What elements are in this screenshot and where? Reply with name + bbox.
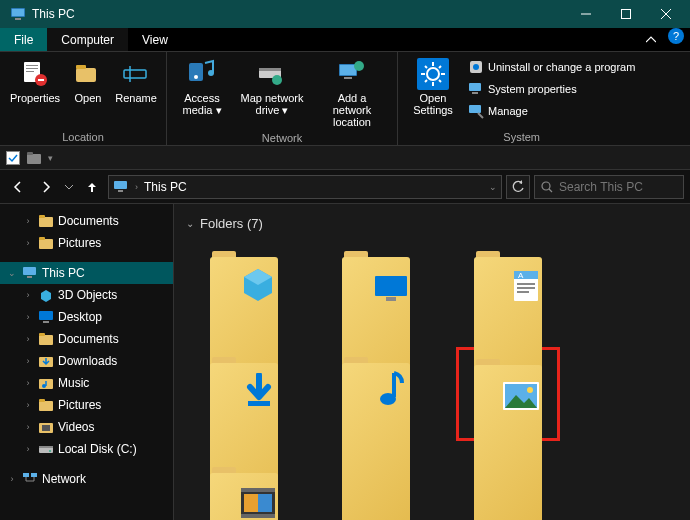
- folders-section-header[interactable]: ⌄ Folders (7): [186, 216, 678, 231]
- sidebar-item-desktop[interactable]: ›Desktop: [0, 306, 173, 328]
- chevron-icon: ›: [22, 378, 34, 388]
- sidebar-item-videos[interactable]: ›Videos: [0, 416, 173, 438]
- map-network-drive-button[interactable]: Map network drive ▾: [235, 56, 309, 118]
- nav-history-button[interactable]: [62, 175, 76, 199]
- address-bar[interactable]: › This PC ⌄: [108, 175, 502, 199]
- svg-line-36: [425, 80, 427, 82]
- folder-videos[interactable]: Videos: [194, 459, 294, 520]
- folder-music[interactable]: Music: [326, 349, 426, 439]
- tree-icon: [38, 309, 54, 325]
- svg-rect-41: [469, 105, 481, 113]
- ribbon-group-location: Properties Open Rename Location: [0, 52, 167, 145]
- svg-point-47: [542, 182, 550, 190]
- refresh-button[interactable]: [506, 175, 530, 199]
- chevron-icon: ›: [22, 444, 34, 454]
- tree-icon: [38, 419, 54, 435]
- close-button[interactable]: [646, 0, 686, 28]
- folder-desktop[interactable]: Desktop: [326, 243, 426, 329]
- svg-point-38: [473, 64, 479, 70]
- sidebar-item-network[interactable]: ›Network: [0, 468, 173, 490]
- properties-button[interactable]: Properties: [8, 56, 62, 106]
- sidebar-item-documents[interactable]: ›Documents: [0, 210, 173, 232]
- navigation-pane: ›Documents›Pictures⌄This PC›3D Objects›D…: [0, 204, 174, 520]
- folder-3d-objects[interactable]: 3D Objects: [194, 243, 294, 329]
- svg-rect-42: [7, 151, 20, 164]
- map-drive-icon: [256, 58, 288, 90]
- manage-button[interactable]: Manage: [466, 102, 637, 120]
- chevron-icon: ›: [22, 334, 34, 344]
- folder-small-icon[interactable]: [26, 151, 42, 165]
- sidebar-item-documents[interactable]: ›Documents: [0, 328, 173, 350]
- chevron-icon: ›: [22, 238, 34, 248]
- folder-documents[interactable]: ADocuments: [458, 243, 558, 329]
- sidebar-item-music[interactable]: ›Music: [0, 372, 173, 394]
- sidebar-item-downloads[interactable]: ›Downloads: [0, 350, 173, 372]
- tree-icon: [38, 213, 54, 229]
- chevron-icon: ›: [22, 422, 34, 432]
- folder-icon: [208, 247, 280, 307]
- ribbon-group-system: Open Settings Uninstall or change a prog…: [398, 52, 645, 145]
- svg-point-22: [272, 75, 282, 85]
- access-media-button[interactable]: Access media ▾: [175, 56, 229, 118]
- this-pc-crumb-icon: [113, 180, 129, 194]
- uninstall-icon: [468, 59, 484, 75]
- search-box[interactable]: [534, 175, 684, 199]
- maximize-button[interactable]: [606, 0, 646, 28]
- chevron-icon: ›: [22, 400, 34, 410]
- sidebar-item-label: Local Disk (C:): [58, 442, 137, 456]
- svg-rect-10: [26, 71, 34, 72]
- breadcrumb[interactable]: This PC: [144, 180, 187, 194]
- open-settings-button[interactable]: Open Settings: [406, 56, 460, 118]
- open-button[interactable]: Open: [68, 56, 108, 106]
- svg-rect-64: [39, 401, 53, 411]
- nav-back-button[interactable]: [6, 175, 30, 199]
- sidebar-item-pictures[interactable]: ›Pictures: [0, 232, 173, 254]
- quick-access-bar: ▾: [0, 146, 690, 170]
- nav-forward-button[interactable]: [34, 175, 58, 199]
- sidebar-item-local-disk-c-[interactable]: ›Local Disk (C:): [0, 438, 173, 460]
- folder-downloads[interactable]: Downloads: [194, 349, 294, 439]
- svg-rect-1: [12, 9, 24, 16]
- rename-icon: [120, 58, 152, 90]
- svg-rect-59: [39, 333, 45, 336]
- tab-view[interactable]: View: [128, 28, 182, 51]
- open-icon: [72, 58, 104, 90]
- window-title: This PC: [32, 7, 566, 21]
- tree-icon: [38, 331, 54, 347]
- svg-rect-14: [76, 65, 86, 69]
- svg-rect-97: [258, 494, 272, 512]
- tab-computer[interactable]: Computer: [47, 28, 128, 51]
- folder-pictures[interactable]: Pictures: [458, 349, 558, 439]
- tree-icon: [38, 235, 54, 251]
- svg-point-19: [208, 70, 214, 76]
- svg-rect-2: [15, 18, 21, 20]
- search-input[interactable]: [559, 180, 690, 194]
- minimize-button[interactable]: [566, 0, 606, 28]
- system-properties-button[interactable]: System properties: [466, 80, 637, 98]
- tab-file[interactable]: File: [0, 28, 47, 51]
- svg-rect-45: [114, 181, 127, 189]
- chevron-icon: ›: [22, 290, 34, 300]
- svg-rect-8: [26, 65, 38, 66]
- svg-rect-49: [39, 217, 53, 227]
- svg-point-18: [194, 75, 198, 79]
- uninstall-program-button[interactable]: Uninstall or change a program: [466, 58, 637, 76]
- rename-button[interactable]: Rename: [114, 56, 158, 106]
- svg-rect-24: [340, 65, 356, 75]
- sidebar-item-pictures[interactable]: ›Pictures: [0, 394, 173, 416]
- svg-point-91: [527, 387, 533, 393]
- add-network-location-button[interactable]: Add a network location: [315, 56, 389, 130]
- nav-up-button[interactable]: [80, 175, 104, 199]
- sidebar-item-this-pc[interactable]: ⌄This PC: [0, 262, 173, 284]
- chevron-down-icon[interactable]: ⌄: [489, 182, 497, 192]
- svg-rect-15: [124, 70, 146, 78]
- sidebar-item-3d-objects[interactable]: ›3D Objects: [0, 284, 173, 306]
- ribbon-collapse-button[interactable]: [640, 28, 662, 51]
- help-icon[interactable]: ?: [668, 28, 684, 44]
- checkbox-icon[interactable]: [6, 151, 20, 165]
- chevron-icon: ⌄: [6, 268, 18, 278]
- folder-icon: [208, 353, 280, 413]
- settings-icon: [417, 58, 449, 90]
- svg-rect-44: [27, 152, 33, 155]
- svg-rect-46: [118, 190, 123, 192]
